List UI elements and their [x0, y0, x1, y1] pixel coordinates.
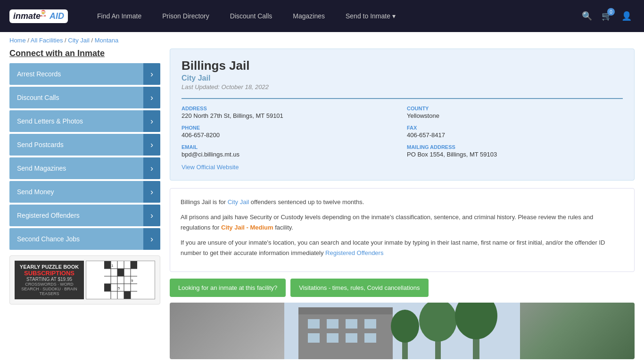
svg-rect-9 — [104, 261, 111, 269]
looking-for-inmate-button[interactable]: Looking for an inmate at this facility? — [170, 279, 286, 297]
facility-info-grid: ADDRESS 220 North 27th St, Billings, MT … — [182, 98, 623, 158]
arrow-icon-5: › — [143, 181, 160, 203]
main-content: Connect with an Inmate Arrest Records › … — [0, 49, 644, 359]
svg-rect-25 — [364, 319, 376, 329]
breadcrumb-home[interactable]: Home — [9, 37, 26, 44]
nav-icon-group: 🔍 🛒 0 👤 — [579, 8, 635, 24]
info-fax: FAX 406-657-8417 — [407, 125, 623, 139]
phone-value: 406-657-8200 — [182, 132, 397, 139]
svg-rect-29 — [364, 333, 376, 343]
ad-puzzle-image: 1 4 9 5 2 — [86, 261, 155, 299]
arrow-icon-0: › — [143, 63, 160, 85]
facility-photo — [170, 303, 635, 359]
sidebar-advertisement[interactable]: YEARLY PUZZLE BOOK SUBSCRIPTIONS STARTIN… — [9, 255, 160, 304]
logo-inmate-text: inmate — [13, 11, 41, 21]
sidebar-label-send-magazines: Send Magazines — [17, 165, 66, 172]
logo[interactable]: inmate 🎅 AID — [9, 9, 68, 23]
facility-type: City Jail — [182, 74, 623, 82]
info-address: ADDRESS 220 North 27th St, Billings, MT … — [182, 106, 397, 119]
sidebar-label-registered-offenders: Registered Offenders — [17, 212, 80, 219]
email-label: EMAIL — [182, 144, 397, 150]
nav-links: Find An Inmate Prison Directory Discount… — [87, 0, 579, 32]
desc-registered-offenders-link[interactable]: Registered Offenders — [325, 249, 383, 256]
email-value: bpd@ci.billings.mt.us — [182, 151, 397, 158]
desc-city-jail-link-1[interactable]: City Jail — [228, 198, 249, 206]
visitations-button[interactable]: Visitations - times, rules, Covid cancel… — [290, 279, 428, 297]
sidebar-label-second-chance-jobs: Second Chance Jobs — [17, 235, 80, 243]
cart-badge: 0 — [607, 8, 615, 16]
arrow-icon-2: › — [143, 110, 160, 132]
breadcrumb-montana[interactable]: Montana — [95, 37, 119, 44]
svg-text:2: 2 — [124, 294, 127, 298]
county-label: COUNTY — [407, 106, 623, 111]
mailing-value: PO Box 1554, Billings, MT 59103 — [407, 151, 623, 158]
action-buttons: Looking for an inmate at this facility? … — [170, 279, 635, 297]
ad-title-line2: SUBSCRIPTIONS — [17, 270, 81, 277]
county-value: Yellowstone — [407, 112, 623, 119]
phone-label: PHONE — [182, 125, 397, 131]
cart-button[interactable]: 🛒 0 — [599, 8, 615, 24]
search-button[interactable]: 🔍 — [579, 8, 595, 24]
fax-value: 406-657-8417 — [407, 132, 623, 139]
breadcrumb: Home / All Facilities / City Jail / Mont… — [0, 32, 644, 49]
ad-content: YEARLY PUZZLE BOOK SUBSCRIPTIONS STARTIN… — [15, 261, 155, 299]
fax-label: FAX — [407, 125, 623, 131]
svg-point-31 — [391, 310, 419, 343]
desc-para-2: All prisons and jails have Security or C… — [181, 212, 624, 233]
svg-rect-24 — [346, 319, 357, 329]
sidebar-title: Connect with an Inmate — [9, 49, 160, 58]
mailing-label: MAILING ADDRESS — [407, 144, 623, 150]
desc-para-1: Billings Jail is for City Jail offenders… — [181, 197, 624, 207]
arrow-icon-1: › — [143, 87, 160, 108]
sidebar-item-send-letters[interactable]: Send Letters & Photos › — [9, 110, 160, 132]
photo-placeholder — [170, 303, 635, 359]
user-button[interactable]: 👤 — [619, 8, 635, 24]
info-mailing: MAILING ADDRESS PO Box 1554, Billings, M… — [407, 144, 623, 158]
svg-text:5: 5 — [118, 286, 120, 290]
svg-rect-26 — [308, 333, 320, 343]
svg-text:4: 4 — [118, 271, 120, 275]
svg-rect-12 — [104, 284, 111, 291]
sidebar-item-arrest-records[interactable]: Arrest Records › — [9, 63, 160, 85]
svg-rect-27 — [327, 333, 339, 343]
facility-card: Billings Jail City Jail Last Updated: Oc… — [170, 49, 635, 181]
sidebar-item-send-money[interactable]: Send Money › — [9, 181, 160, 203]
svg-rect-28 — [346, 333, 357, 343]
svg-rect-22 — [308, 319, 320, 329]
facility-last-updated: Last Updated: October 18, 2022 — [182, 83, 623, 90]
breadcrumb-city-jail[interactable]: City Jail — [68, 37, 90, 44]
svg-rect-11 — [131, 261, 137, 269]
facility-panel: Billings Jail City Jail Last Updated: Oc… — [170, 49, 635, 359]
svg-rect-23 — [327, 319, 339, 329]
desc-city-jail-medium-link[interactable]: City Jail - Medium — [221, 224, 273, 231]
svg-text:9: 9 — [131, 279, 133, 283]
arrow-icon-4: › — [143, 157, 160, 179]
facility-description: Billings Jail is for City Jail offenders… — [170, 188, 635, 272]
breadcrumb-all-facilities[interactable]: All Facilities — [31, 37, 63, 44]
nav-prison-directory[interactable]: Prison Directory — [152, 0, 220, 32]
sidebar-item-second-chance-jobs[interactable]: Second Chance Jobs › — [9, 228, 160, 250]
address-value: 220 North 27th St, Billings, MT 59101 — [182, 112, 397, 119]
sidebar-item-send-postcards[interactable]: Send Postcards › — [9, 134, 160, 156]
ad-title-line1: YEARLY PUZZLE BOOK — [17, 264, 81, 270]
sidebar-item-send-magazines[interactable]: Send Magazines › — [9, 157, 160, 179]
sidebar-item-discount-calls[interactable]: Discount Calls › — [9, 87, 160, 108]
arrow-icon-7: › — [143, 228, 160, 250]
arrow-icon-3: › — [143, 134, 160, 156]
nav-send-to-inmate[interactable]: Send to Inmate ▾ — [335, 0, 406, 32]
sidebar-label-send-postcards: Send Postcards — [17, 141, 64, 148]
nav-discount-calls[interactable]: Discount Calls — [220, 0, 282, 32]
ad-title-line4: CROSSWORDS · WORD SEARCH · SUDOKU · BRAI… — [17, 282, 81, 296]
sidebar-item-registered-offenders[interactable]: Registered Offenders › — [9, 205, 160, 226]
nav-magazines[interactable]: Magazines — [282, 0, 335, 32]
sidebar-label-send-letters: Send Letters & Photos — [17, 117, 83, 125]
view-official-website-link[interactable]: View Official Website — [182, 164, 239, 171]
desc-para-3: If you are unsure of your inmate's locat… — [181, 238, 624, 258]
navbar: inmate 🎅 AID Find An Inmate Prison Direc… — [0, 0, 644, 32]
address-label: ADDRESS — [182, 106, 397, 111]
nav-find-inmate[interactable]: Find An Inmate — [87, 0, 152, 32]
sidebar-label-arrest-records: Arrest Records — [17, 70, 61, 78]
sidebar-label-send-money: Send Money — [17, 188, 54, 196]
sidebar: Connect with an Inmate Arrest Records › … — [9, 49, 160, 359]
logo-aid-text: AID — [50, 11, 64, 21]
